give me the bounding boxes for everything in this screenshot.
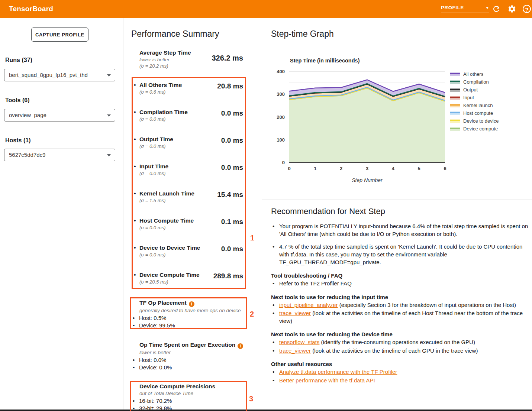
tf-op-placement: TF Op Placementi generally desired to ha…: [131, 300, 247, 329]
chevron-down-icon: ▾: [486, 5, 489, 10]
metric-sigma: (σ = 20.2 ms): [139, 63, 247, 69]
legend-item: Device compute: [450, 125, 499, 133]
capture-profile-button[interactable]: CAPTURE PROFILE: [31, 27, 88, 42]
info-icon[interactable]: i: [238, 343, 243, 349]
legend-swatch: [450, 111, 460, 115]
recommendation-bullets: •Your program is POTENTIALLY input-bound…: [271, 222, 529, 266]
svg-text:5: 5: [418, 166, 420, 171]
list-item: •4.7 % of the total step time sampled is…: [271, 243, 529, 266]
list-item: •Refer to the TF2 Profiler FAQ: [271, 280, 529, 288]
bullet-icon: •: [133, 397, 135, 405]
link-analyze-tf-data-performance-with-the-tf-profiler[interactable]: Analyze tf.data performance with the TF …: [279, 369, 397, 375]
eager-execution: Op Time Spent on Eager Executioni lower …: [131, 342, 247, 371]
dashboard-selector[interactable]: PROFILE ▾: [441, 3, 489, 13]
hosts-select-value: 5627c5dd7dc9: [9, 149, 45, 161]
refresh-button[interactable]: [491, 4, 502, 14]
svg-text:0: 0: [288, 166, 290, 171]
runs-select[interactable]: bert_squad_8gpu_fp16_pvt_thd: [4, 69, 115, 81]
metric-value: 0.0 ms: [221, 109, 243, 117]
legend-swatch: [450, 119, 460, 123]
metric-value: 289.8 ms: [213, 272, 243, 280]
list-item: •16-bit: 70.2%: [131, 397, 247, 405]
tf-op-placement-items: •Host: 0.5%•Device: 99.5%: [131, 314, 247, 329]
bullet-icon: •: [134, 136, 136, 143]
list-item-text: 32-bit: 29.8%: [139, 405, 172, 411]
tools-select[interactable]: overview_page: [4, 109, 115, 122]
help-icon: ?: [523, 5, 531, 13]
refresh-icon: [491, 4, 502, 13]
metric-value: 0.0 ms: [221, 245, 243, 253]
settings-button[interactable]: [507, 4, 517, 14]
annotation-number-2: 2: [250, 310, 254, 318]
tf-op-placement-title: TF Op Placementi: [139, 300, 247, 307]
metric-value: 0.1 ms: [221, 218, 243, 226]
metric-value: 0.0 ms: [221, 164, 243, 172]
legend-label: Compilation: [463, 79, 489, 85]
bullet-icon: •: [134, 82, 136, 88]
legend-label: Host compute: [463, 110, 493, 116]
legend-label: Input: [463, 95, 474, 100]
list-item: •Better performance with the tf.data API: [271, 377, 529, 385]
link-tensorflow-stats[interactable]: tensorflow_stats: [279, 339, 319, 345]
graph-recommendation-divider: [262, 200, 532, 200]
recommendation-title: Recommendation for Next Step: [271, 207, 529, 216]
legend-label: All others: [463, 71, 483, 77]
bullet-icon: •: [273, 347, 274, 355]
legend-item: Input: [450, 94, 499, 101]
legend-line: [450, 104, 460, 106]
precisions-items: •16-bit: 70.2%•32-bit: 29.8%: [131, 397, 247, 411]
eager-execution-title: Op Time Spent on Eager Executioni: [139, 342, 247, 349]
link-input-pipeline-analyzer[interactable]: input_pipeline_analyzer: [279, 302, 338, 308]
svg-text:0: 0: [282, 160, 285, 165]
svg-text:6: 6: [444, 166, 446, 171]
legend-item: Output: [450, 86, 499, 94]
hosts-select[interactable]: 5627c5dd7dc9: [4, 149, 115, 161]
list-item: •trace_viewer (look at the activities on…: [271, 347, 529, 355]
app-header: TensorBoard PROFILE ▾ ?: [0, 0, 532, 18]
tensorboard-page: TensorBoard PROFILE ▾ ? CAPTURE PROFILE …: [0, 0, 532, 411]
bullet-icon: •: [134, 163, 136, 170]
annotation-number-1: 1: [250, 234, 254, 242]
link-better-performance-with-the-tf-data-api[interactable]: Better performance with the tf.data API: [279, 377, 375, 384]
legend-line: [450, 128, 460, 129]
recommendation-section: Next tools to use for reducing the Devic…: [271, 331, 529, 355]
list-item-text: Device: 99.5%: [139, 322, 175, 329]
section-heading: Other useful resources: [271, 361, 529, 367]
metric-row: •Output Time(σ = 0.0 ms)0.0 ms: [131, 136, 247, 163]
link-trace-viewer[interactable]: trace_viewer: [279, 347, 311, 354]
legend-swatch: [450, 127, 460, 131]
list-item: •32-bit: 29.8%: [131, 405, 247, 411]
chevron-down-icon: [107, 114, 111, 117]
list-item-text: 4.7 % of the total step time sampled is …: [279, 243, 522, 265]
app-title: TensorBoard: [9, 0, 53, 18]
info-icon[interactable]: i: [189, 301, 194, 307]
bullet-icon: •: [133, 356, 135, 364]
bullet-icon: •: [133, 322, 135, 329]
dashboard-selector-value: PROFILE: [441, 5, 464, 10]
step-time-breakdown-list: •All Others Time(σ = 0.6 ms)20.8 ms•Comp…: [131, 77, 247, 299]
metric-row: •Kernel Launch Time(σ = 1.5 ms)15.4 ms: [131, 190, 247, 217]
legend-line: [450, 89, 460, 90]
precisions-note: out of Total Device Time: [139, 391, 247, 396]
legend-line: [450, 73, 460, 74]
recommendation-section: Next tools to use for reducing the input…: [271, 294, 529, 325]
legend-swatch: [450, 96, 460, 100]
legend-item: Device to device: [450, 117, 499, 125]
hosts-label: Hosts (1): [5, 137, 30, 144]
list-item: •tensorflow_stats (identify the time-con…: [271, 339, 529, 346]
svg-text:Step Number: Step Number: [352, 177, 383, 183]
link-trace-viewer[interactable]: trace_viewer: [279, 310, 311, 316]
list-item-text: Device: 0.0%: [139, 364, 172, 370]
help-button[interactable]: ?: [522, 4, 532, 14]
device-compute-precisions: Device Compute Precisions out of Total D…: [131, 383, 247, 411]
svg-text:100: 100: [277, 137, 285, 143]
legend-swatch: [450, 72, 460, 76]
annotation-number-3: 3: [249, 395, 253, 403]
chart-legend: All othersCompilationOutputInputKernel l…: [450, 70, 499, 133]
metric-row: •Host Compute Time(σ = 0.0 ms)0.1 ms: [131, 217, 247, 245]
bullet-icon: •: [133, 405, 135, 411]
column-divider: [262, 18, 262, 411]
metric-value: 0.0 ms: [221, 136, 243, 145]
metric-value: 15.4 ms: [217, 191, 243, 199]
metric-row: •Device Compute Time(σ = 20.5 ms)289.8 m…: [131, 272, 247, 299]
